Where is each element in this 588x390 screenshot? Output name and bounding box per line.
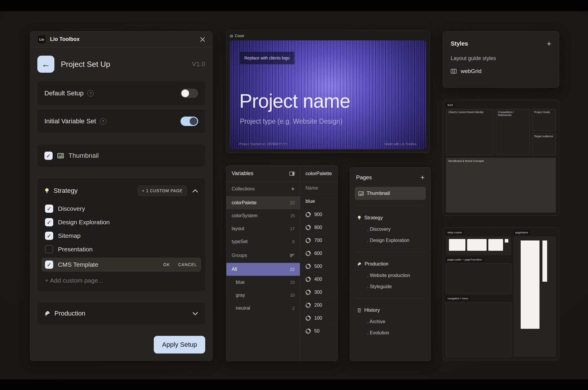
collection-item-typeset[interactable]: typeSet 0 [226,235,300,248]
picture-icon [358,191,364,196]
group-item-all[interactable]: All 22 [226,263,300,276]
collection-count: 15 [290,213,295,218]
section-label: History [364,307,380,313]
group-item-gray[interactable]: gray 10 [226,289,300,302]
page-item-evolution[interactable]: . Evolution [355,327,426,338]
variable-row-700[interactable]: 700 [300,234,338,247]
variable-row-50[interactable]: 50 [300,325,338,338]
styles-title: Styles [451,40,468,47]
pages-title: Pages [356,174,372,181]
divider [355,252,425,252]
default-setup-label: Default Setup [44,89,83,97]
help-icon[interactable]: ? [87,90,94,97]
checkbox[interactable] [45,245,53,253]
variable-row-600[interactable]: 600 [300,247,338,260]
page-section-production[interactable]: Production [355,258,426,270]
variable-name: 200 [314,303,322,308]
checkbox[interactable]: ✓ [45,260,53,269]
ok-button[interactable]: OK [163,262,170,267]
variable-row-900[interactable]: 900 [300,208,338,221]
style-item-webgrid[interactable]: webGrid [451,68,551,74]
lio-logo: Lio [37,35,46,44]
initial-variable-set-toggle[interactable] [181,117,198,126]
back-arrow-icon: ← [41,59,50,69]
meta-left-column: Meta Assets pageLoader + pageTransition … [446,230,511,357]
collection-item-layout[interactable]: layout 17 [226,222,300,235]
collection-count: 22 [290,200,295,205]
collection-name: layout [232,226,244,231]
variables-panel: Variables Collections + colorPalette 22 … [226,165,338,361]
group-name: neutral [236,306,250,311]
collection-name: colorSystem [232,213,258,218]
color-variable-icon [305,264,311,269]
collection-item-colorpalette[interactable]: colorPalette 22 [226,196,300,209]
thumbnail-checkbox[interactable]: ✓ [44,152,53,160]
page-section-strategy[interactable]: Strategy [355,212,426,224]
page-item-archive[interactable]: . Archive [355,316,426,327]
checkbox[interactable]: ✓ [45,232,53,240]
item-label: Design Exploration [58,219,110,226]
checkbox[interactable]: ✓ [45,205,53,213]
add-page-icon[interactable]: + [420,173,425,182]
group-item-blue[interactable]: blue 10 [226,276,300,289]
variable-row-800[interactable]: 800 [300,221,338,234]
variable-row-200[interactable]: 200 [300,299,338,312]
strategy-item-cms-template[interactable]: ✓ CMS Template OK CANCEL [41,258,201,272]
variable-row-300[interactable]: 300 [300,286,338,299]
styles-panel: Styles + Layout guide styles webGrid [443,31,559,88]
variable-row-100[interactable]: 100 [300,312,338,325]
variable-row-400[interactable]: 400 [300,273,338,286]
divider [355,298,425,298]
add-custom-page-button[interactable]: + Add custom page... [44,277,198,284]
custom-page-count-button[interactable]: + 1 CUSTOM PAGE [138,185,187,196]
check-icon: ✓ [47,205,51,212]
setup-title-row: ← Project Set Up V1.0 [37,56,205,73]
group-item-neutral[interactable]: neutral 2 [226,302,300,315]
checkbox[interactable]: ✓ [45,218,53,226]
default-setup-toggle[interactable] [181,89,198,98]
collection-name: colorPalette [232,200,257,205]
cancel-button[interactable]: CANCEL [178,262,197,267]
check-icon: ✓ [47,219,51,226]
meta-assets-box [446,236,511,255]
add-collection-icon[interactable]: + [291,186,295,192]
groups-filter-icon[interactable] [290,254,295,257]
add-style-icon[interactable]: + [547,39,551,48]
color-variable-icon [305,212,311,217]
variable-row-500[interactable]: 500 [300,260,338,273]
help-icon[interactable]: ? [100,118,106,125]
group-name: All [232,267,237,272]
strategy-item-presentation[interactable]: Presentation [44,243,198,256]
strategy-item-design-exploration[interactable]: ✓ Design Exploration [44,215,198,229]
chevron-up-icon[interactable] [192,189,198,193]
variable-name: 700 [314,238,322,243]
close-icon[interactable] [200,37,205,42]
page-item-discovery[interactable]: . Discovery [355,224,426,235]
page-loader-box [446,263,511,294]
chevron-down-icon[interactable] [192,312,198,316]
panel-layout-icon[interactable] [289,172,295,176]
check-icon: ✓ [47,233,51,239]
rocket-icon [44,311,50,316]
collection-item-colorsystem[interactable]: colorSystem 15 [226,209,300,222]
back-button[interactable]: ← [37,56,54,73]
picture-icon [57,153,64,158]
apply-setup-button[interactable]: Apply Setup [154,336,205,354]
project-start-date: Project Started on: DD/MM/YYYY [239,142,288,146]
production-label: Production [54,310,85,317]
strategy-item-sitemap[interactable]: ✓ Sitemap [44,229,198,243]
cover-frame: Cover Replace with clients logo Project … [226,30,430,153]
page-item-website-production[interactable]: . Website production [355,270,426,281]
brief-box-brand-identity: Client's Current Brand Identity [446,109,494,155]
collection-name: typeSet [232,239,248,244]
page-item-thumbnail[interactable]: Thumbnail [355,187,426,200]
page-item-styleguide[interactable]: . Styleguide [355,281,426,292]
variable-name: 400 [314,277,322,282]
page-section-history[interactable]: History [355,304,426,316]
brief-box-project-goals: Project Goals [532,109,556,131]
variables-title: Variables [232,170,253,177]
color-variable-icon [305,277,311,282]
initial-variable-set-label: Initial Variable Set [44,117,96,125]
page-item-design-exploration[interactable]: . Design Exploration [355,235,426,246]
strategy-item-discovery[interactable]: ✓ Discovery [44,202,198,215]
